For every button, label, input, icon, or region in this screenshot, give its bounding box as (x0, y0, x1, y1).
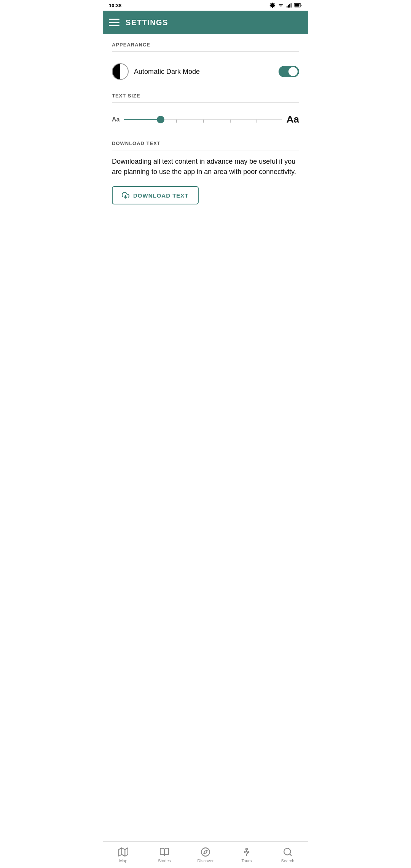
slider-tick-3 (230, 120, 231, 123)
text-size-divider (112, 102, 299, 103)
header: SETTINGS (103, 11, 308, 34)
download-text-divider (112, 150, 299, 150)
slider-fill (124, 119, 160, 120)
dark-mode-row: Automatic Dark Mode (112, 58, 299, 85)
text-size-section-title: TEXT SIZE (112, 93, 299, 99)
text-size-large-label: Aa (287, 113, 299, 125)
appearance-section-title: APPEARANCE (112, 42, 299, 48)
svg-point-10 (201, 848, 210, 856)
nav-discover-label: Discover (198, 858, 214, 863)
svg-rect-1 (288, 5, 289, 8)
map-icon (118, 847, 128, 857)
battery-icon (294, 3, 302, 8)
nav-tours-label: Tours (242, 858, 252, 863)
nav-item-tours[interactable]: Tours (226, 842, 267, 868)
svg-line-14 (290, 854, 292, 856)
appearance-divider (112, 51, 299, 52)
nav-search-label: Search (281, 858, 295, 863)
svg-marker-7 (119, 848, 128, 856)
svg-marker-11 (204, 850, 207, 854)
nav-item-search[interactable]: Search (267, 842, 308, 868)
settings-status-icon (269, 2, 276, 8)
dark-mode-toggle[interactable] (279, 66, 299, 77)
search-icon (283, 847, 293, 857)
discover-icon (201, 847, 210, 857)
stories-icon (159, 847, 169, 857)
bottom-navigation: Map Stories Discover Tours Search (103, 841, 308, 868)
text-size-small-label: Aa (112, 116, 119, 123)
svg-rect-3 (291, 3, 292, 8)
status-bar: 10:38 (103, 0, 308, 11)
svg-rect-5 (295, 4, 299, 6)
download-description: Downloading all text content in advance … (112, 156, 299, 177)
slider-tick-1 (176, 120, 177, 123)
slider-tick-4 (256, 120, 257, 123)
status-icons (269, 2, 302, 8)
menu-button[interactable] (109, 19, 119, 26)
text-size-section: TEXT SIZE Aa Aa (103, 85, 308, 133)
nav-stories-label: Stories (158, 858, 171, 863)
download-text-section-title: DOWNLOAD TEXT (112, 140, 299, 146)
dark-mode-icon (112, 63, 129, 80)
download-button-label: DOWNLOAD TEXT (133, 192, 189, 199)
svg-rect-2 (289, 4, 290, 8)
svg-rect-0 (287, 6, 287, 8)
download-cloud-icon (122, 191, 129, 199)
status-time: 10:38 (109, 3, 121, 8)
slider-tick-2 (203, 120, 204, 123)
slider-track (124, 119, 282, 120)
signal-icon (286, 3, 292, 8)
nav-item-stories[interactable]: Stories (144, 842, 185, 868)
nav-map-label: Map (119, 858, 127, 863)
nav-item-map[interactable]: Map (103, 842, 144, 868)
download-text-section: DOWNLOAD TEXT Downloading all text conte… (103, 133, 308, 204)
text-size-row: Aa Aa (112, 109, 299, 133)
settings-content: APPEARANCE Automatic Dark Mode TEXT SIZE… (103, 34, 308, 235)
tours-icon (242, 847, 252, 857)
text-size-slider-container[interactable] (124, 116, 282, 123)
dark-mode-label: Automatic Dark Mode (134, 68, 200, 76)
page-title: SETTINGS (126, 18, 168, 27)
nav-item-discover[interactable]: Discover (185, 842, 226, 868)
appearance-section: APPEARANCE Automatic Dark Mode (103, 34, 308, 85)
download-text-button[interactable]: DOWNLOAD TEXT (112, 186, 199, 204)
slider-thumb[interactable] (157, 116, 164, 123)
wifi-icon (278, 3, 284, 8)
